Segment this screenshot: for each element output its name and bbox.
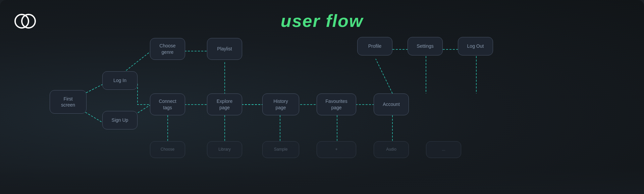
node-first-screen: First screen xyxy=(50,90,87,114)
node-account: Account xyxy=(374,93,409,115)
node-history-page: History page xyxy=(262,93,299,115)
node-bottom-extra: ... xyxy=(426,141,461,158)
node-bottom-sample: Sample xyxy=(262,141,299,158)
node-log-out: Log Out xyxy=(458,37,493,55)
node-playlist: Playlist xyxy=(207,38,242,60)
node-explore-page: Explore page xyxy=(207,93,242,115)
node-bottom-library: Library xyxy=(207,141,242,158)
node-settings: Settings xyxy=(408,37,443,55)
node-sign-up: Sign Up xyxy=(102,111,138,129)
node-connect-tags: Connect tags xyxy=(150,93,185,115)
node-profile: Profile xyxy=(357,37,392,55)
node-bottom-choose: Choose xyxy=(150,141,185,158)
node-bottom-audio: Audio xyxy=(374,141,409,158)
logo xyxy=(13,9,37,33)
node-log-in: Log In xyxy=(102,71,138,90)
node-favourites-page: Favourites page xyxy=(317,93,356,115)
node-bottom-plus: + xyxy=(317,141,356,158)
node-choose-genre: Choose genre xyxy=(150,38,185,60)
page-title: user flow xyxy=(281,11,363,31)
